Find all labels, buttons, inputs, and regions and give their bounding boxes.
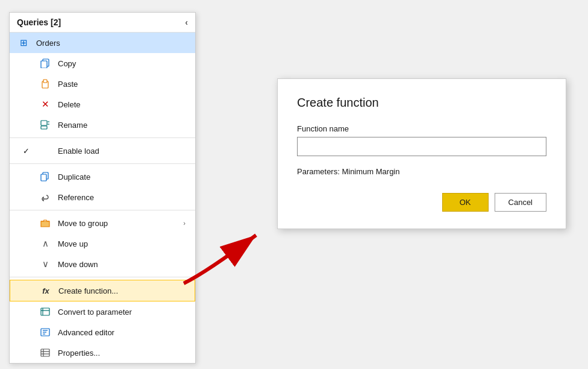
dialog-buttons: OK Cancel	[297, 193, 546, 212]
menu-item-reference[interactable]: Reference	[10, 187, 195, 207]
divider-2	[10, 163, 195, 164]
menu-item-convert-to-parameter[interactable]: Convert to parameter	[10, 301, 195, 322]
convert-to-parameter-label: Convert to parameter	[58, 308, 186, 317]
menu-item-paste[interactable]: Paste	[10, 74, 195, 94]
move-down-icon: ∨	[39, 257, 52, 271]
create-function-label: Create function...	[58, 286, 185, 295]
orders-row[interactable]: ⊞ Orders	[10, 33, 195, 53]
enable-load-checkmark: ✓	[19, 147, 33, 156]
move-down-label: Move down	[58, 260, 186, 269]
menu-item-copy[interactable]: Copy	[10, 53, 195, 74]
queries-title: Queries [2]	[17, 17, 61, 27]
copy-icon	[39, 57, 52, 70]
rename-label: Rename	[58, 121, 186, 130]
menu-item-move-to-group[interactable]: Move to group ›	[10, 213, 195, 233]
divider-3	[10, 210, 195, 210]
copy-label: Copy	[58, 59, 186, 68]
collapse-button[interactable]: ‹	[185, 17, 188, 27]
reference-label: Reference	[58, 193, 186, 202]
dialog-title: Create function	[297, 96, 546, 110]
move-to-group-arrow: ›	[183, 219, 186, 227]
enable-load-label: Enable load	[58, 147, 186, 156]
create-function-icon: fx	[39, 284, 52, 297]
divider-4	[10, 277, 195, 277]
delete-label: Delete	[58, 100, 186, 109]
menu-item-move-up[interactable]: ∧ Move up	[10, 233, 195, 254]
svg-rect-3	[43, 80, 47, 83]
svg-rect-9	[41, 174, 46, 181]
rename-icon	[39, 118, 52, 131]
enable-load-icon	[39, 144, 52, 157]
params-label: Parameters: Minimum Margin	[297, 167, 546, 176]
paste-icon	[39, 77, 52, 90]
menu-item-advanced-editor[interactable]: Advanced editor	[10, 322, 195, 342]
orders-icon: ⊞	[17, 36, 30, 49]
menu-item-create-function[interactable]: fx Create function...	[10, 280, 195, 301]
menu-item-enable-load[interactable]: ✓ Enable load	[10, 140, 195, 161]
convert-icon	[39, 305, 52, 318]
divider-1	[10, 137, 195, 138]
function-name-label: Function name	[297, 124, 546, 133]
ok-button[interactable]: OK	[442, 193, 489, 212]
menu-item-rename[interactable]: Rename	[10, 115, 195, 135]
menu-item-properties[interactable]: Properties...	[10, 342, 195, 363]
menu-item-delete[interactable]: ✕ Delete	[10, 94, 195, 115]
properties-icon	[39, 346, 52, 359]
move-up-icon: ∧	[39, 237, 52, 250]
create-function-dialog: Create function Function name Parameters…	[277, 78, 566, 229]
svg-rect-1	[41, 61, 47, 68]
svg-rect-5	[41, 126, 47, 129]
function-name-input[interactable]	[297, 137, 546, 156]
context-menu: Queries [2] ‹ ⊞ Orders Copy Paste	[9, 12, 196, 364]
svg-rect-10	[41, 308, 49, 315]
delete-icon: ✕	[39, 98, 52, 111]
svg-rect-17	[41, 349, 49, 356]
reference-icon	[39, 191, 52, 204]
svg-rect-4	[41, 121, 47, 125]
move-up-label: Move up	[58, 239, 186, 248]
queries-header: Queries [2] ‹	[10, 13, 195, 33]
orders-label: Orders	[36, 39, 188, 48]
duplicate-label: Duplicate	[58, 172, 186, 181]
duplicate-icon	[39, 170, 52, 183]
cancel-button[interactable]: Cancel	[495, 193, 546, 212]
move-to-group-icon	[39, 216, 52, 230]
menu-item-duplicate[interactable]: Duplicate	[10, 166, 195, 187]
move-to-group-label: Move to group	[58, 219, 183, 228]
menu-item-move-down[interactable]: ∨ Move down	[10, 254, 195, 274]
advanced-editor-icon	[39, 326, 52, 339]
properties-label: Properties...	[58, 348, 186, 358]
advanced-editor-label: Advanced editor	[58, 328, 186, 337]
paste-label: Paste	[58, 80, 186, 89]
